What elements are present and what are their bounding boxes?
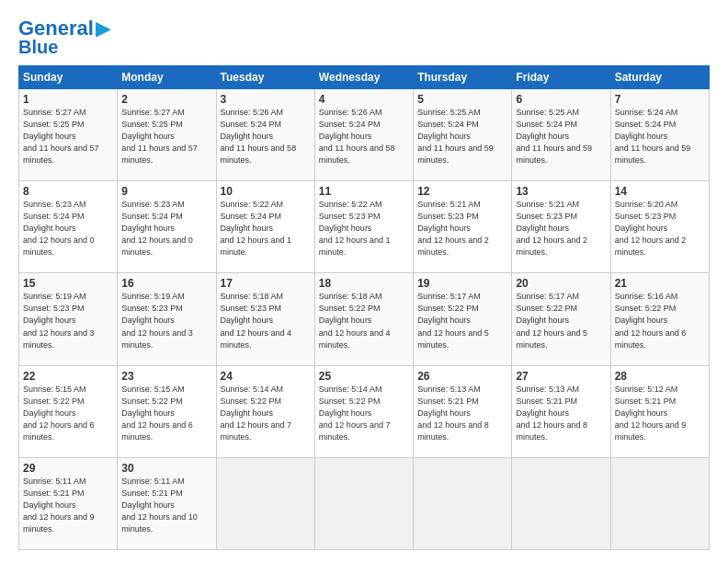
table-row: 29Sunrise: 5:11 AMSunset: 5:21 PMDayligh… (19, 457, 118, 549)
table-row: 9Sunrise: 5:23 AMSunset: 5:24 PMDaylight… (118, 181, 216, 273)
day-info: Sunrise: 5:13 AMSunset: 5:21 PMDaylight … (516, 385, 587, 442)
calendar-week-row: 8Sunrise: 5:23 AMSunset: 5:24 PMDaylight… (19, 181, 710, 273)
day-number: 19 (417, 277, 507, 290)
table-row: 8Sunrise: 5:23 AMSunset: 5:24 PMDaylight… (19, 181, 118, 273)
calendar-week-row: 29Sunrise: 5:11 AMSunset: 5:21 PMDayligh… (19, 457, 710, 549)
day-info: Sunrise: 5:27 AMSunset: 5:25 PMDaylight … (121, 108, 198, 165)
logo-bird-icon: ▶ (96, 17, 111, 40)
day-info: Sunrise: 5:22 AMSunset: 5:23 PMDaylight … (319, 200, 391, 257)
day-info: Sunrise: 5:23 AMSunset: 5:24 PMDaylight … (23, 200, 95, 257)
day-number: 17 (221, 277, 311, 290)
calendar-header-row: Sunday Monday Tuesday Wednesday Thursday… (19, 66, 710, 89)
calendar-week-row: 1Sunrise: 5:27 AMSunset: 5:25 PMDaylight… (19, 89, 710, 181)
table-row: 1Sunrise: 5:27 AMSunset: 5:25 PMDaylight… (19, 89, 118, 181)
day-number: 12 (417, 185, 507, 198)
table-row: 22Sunrise: 5:15 AMSunset: 5:22 PMDayligh… (19, 365, 118, 457)
col-wednesday: Wednesday (314, 66, 413, 89)
table-row (314, 457, 413, 549)
calendar-week-row: 22Sunrise: 5:15 AMSunset: 5:22 PMDayligh… (19, 365, 710, 457)
col-saturday: Saturday (610, 66, 709, 89)
table-row (414, 457, 512, 549)
day-number: 16 (121, 277, 211, 290)
day-info: Sunrise: 5:19 AMSunset: 5:23 PMDaylight … (121, 292, 193, 349)
day-number: 23 (121, 370, 211, 383)
col-thursday: Thursday (414, 66, 512, 89)
page: General ▶ Blue Sunday Monday Tuesday Wed… (0, 0, 728, 563)
day-number: 22 (23, 370, 113, 383)
day-number: 4 (319, 93, 409, 106)
day-number: 2 (121, 93, 211, 106)
table-row: 14Sunrise: 5:20 AMSunset: 5:23 PMDayligh… (610, 181, 709, 273)
day-number: 28 (615, 370, 705, 383)
day-number: 26 (417, 370, 507, 383)
table-row: 13Sunrise: 5:21 AMSunset: 5:23 PMDayligh… (512, 181, 610, 273)
day-info: Sunrise: 5:13 AMSunset: 5:21 PMDaylight … (417, 385, 489, 442)
day-number: 27 (516, 370, 606, 383)
logo: General ▶ Blue (18, 17, 111, 58)
day-info: Sunrise: 5:12 AMSunset: 5:21 PMDaylight … (615, 385, 687, 442)
day-number: 5 (417, 93, 507, 106)
day-info: Sunrise: 5:15 AMSunset: 5:22 PMDaylight … (23, 385, 95, 442)
table-row: 25Sunrise: 5:14 AMSunset: 5:22 PMDayligh… (314, 365, 413, 457)
table-row: 15Sunrise: 5:19 AMSunset: 5:23 PMDayligh… (19, 273, 118, 365)
day-info: Sunrise: 5:26 AMSunset: 5:24 PMDaylight … (319, 108, 395, 165)
day-number: 6 (516, 93, 606, 106)
day-info: Sunrise: 5:14 AMSunset: 5:22 PMDaylight … (319, 385, 391, 442)
day-number: 18 (319, 277, 409, 290)
table-row: 4Sunrise: 5:26 AMSunset: 5:24 PMDaylight… (314, 89, 413, 181)
day-info: Sunrise: 5:21 AMSunset: 5:23 PMDaylight … (516, 200, 587, 257)
col-sunday: Sunday (19, 66, 118, 89)
table-row: 24Sunrise: 5:14 AMSunset: 5:22 PMDayligh… (216, 365, 314, 457)
table-row: 23Sunrise: 5:15 AMSunset: 5:22 PMDayligh… (118, 365, 216, 457)
table-row: 5Sunrise: 5:25 AMSunset: 5:24 PMDaylight… (414, 89, 512, 181)
col-monday: Monday (118, 66, 216, 89)
day-number: 1 (23, 93, 113, 106)
day-info: Sunrise: 5:22 AMSunset: 5:24 PMDaylight … (221, 200, 292, 257)
table-row: 28Sunrise: 5:12 AMSunset: 5:21 PMDayligh… (610, 365, 709, 457)
day-info: Sunrise: 5:23 AMSunset: 5:24 PMDaylight … (121, 200, 193, 257)
day-info: Sunrise: 5:19 AMSunset: 5:23 PMDaylight … (23, 292, 95, 349)
day-info: Sunrise: 5:21 AMSunset: 5:23 PMDaylight … (417, 200, 489, 257)
table-row: 6Sunrise: 5:25 AMSunset: 5:24 PMDaylight… (512, 89, 610, 181)
day-info: Sunrise: 5:26 AMSunset: 5:24 PMDaylight … (221, 108, 297, 165)
table-row: 16Sunrise: 5:19 AMSunset: 5:23 PMDayligh… (118, 273, 216, 365)
day-number: 14 (615, 185, 705, 198)
table-row: 10Sunrise: 5:22 AMSunset: 5:24 PMDayligh… (216, 181, 314, 273)
day-number: 9 (121, 185, 211, 198)
day-number: 11 (319, 185, 409, 198)
day-number: 29 (23, 462, 113, 475)
calendar-table: Sunday Monday Tuesday Wednesday Thursday… (18, 65, 710, 550)
table-row: 12Sunrise: 5:21 AMSunset: 5:23 PMDayligh… (414, 181, 512, 273)
table-row: 7Sunrise: 5:24 AMSunset: 5:24 PMDaylight… (610, 89, 709, 181)
day-info: Sunrise: 5:11 AMSunset: 5:21 PMDaylight … (23, 477, 95, 534)
day-number: 13 (516, 185, 606, 198)
day-info: Sunrise: 5:15 AMSunset: 5:22 PMDaylight … (121, 385, 193, 442)
day-info: Sunrise: 5:14 AMSunset: 5:22 PMDaylight … (221, 385, 292, 442)
day-number: 8 (23, 185, 113, 198)
table-row (610, 457, 709, 549)
table-row: 20Sunrise: 5:17 AMSunset: 5:22 PMDayligh… (512, 273, 610, 365)
table-row: 17Sunrise: 5:18 AMSunset: 5:23 PMDayligh… (216, 273, 314, 365)
table-row: 30Sunrise: 5:11 AMSunset: 5:21 PMDayligh… (118, 457, 216, 549)
day-info: Sunrise: 5:17 AMSunset: 5:22 PMDaylight … (516, 292, 587, 349)
header: General ▶ Blue (18, 17, 710, 58)
table-row: 21Sunrise: 5:16 AMSunset: 5:22 PMDayligh… (610, 273, 709, 365)
table-row: 26Sunrise: 5:13 AMSunset: 5:21 PMDayligh… (414, 365, 512, 457)
day-number: 24 (221, 370, 311, 383)
day-info: Sunrise: 5:20 AMSunset: 5:23 PMDaylight … (615, 200, 687, 257)
day-number: 20 (516, 277, 606, 290)
day-info: Sunrise: 5:27 AMSunset: 5:25 PMDaylight … (23, 108, 99, 165)
table-row: 19Sunrise: 5:17 AMSunset: 5:22 PMDayligh… (414, 273, 512, 365)
day-info: Sunrise: 5:11 AMSunset: 5:21 PMDaylight … (121, 477, 198, 534)
day-number: 3 (221, 93, 311, 106)
table-row: 3Sunrise: 5:26 AMSunset: 5:24 PMDaylight… (216, 89, 314, 181)
day-info: Sunrise: 5:17 AMSunset: 5:22 PMDaylight … (417, 292, 489, 349)
day-info: Sunrise: 5:16 AMSunset: 5:22 PMDaylight … (615, 292, 687, 349)
day-number: 25 (319, 370, 409, 383)
day-info: Sunrise: 5:18 AMSunset: 5:22 PMDaylight … (319, 292, 391, 349)
day-info: Sunrise: 5:25 AMSunset: 5:24 PMDaylight … (516, 108, 592, 165)
table-row: 2Sunrise: 5:27 AMSunset: 5:25 PMDaylight… (118, 89, 216, 181)
day-number: 21 (615, 277, 705, 290)
logo-blue: Blue (18, 37, 58, 58)
col-tuesday: Tuesday (216, 66, 314, 89)
